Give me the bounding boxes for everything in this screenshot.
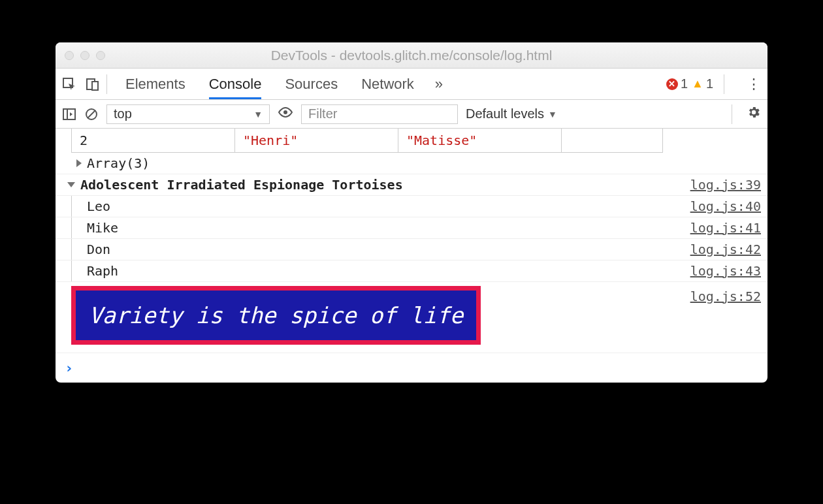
console-toolbar: top ▼ Default levels ▼	[56, 100, 767, 129]
console-prompt[interactable]: ›	[56, 353, 767, 383]
console-log-line: Mike log.js:41	[56, 217, 767, 239]
console-table-row: 2 "Henri" "Matisse"	[71, 129, 663, 153]
execution-context-select[interactable]: top ▼	[106, 104, 270, 124]
table-cell-first: "Henri"	[235, 129, 398, 152]
context-value: top	[114, 106, 132, 121]
console-output: 2 "Henri" "Matisse" Array(3) Adolescent …	[56, 129, 767, 383]
toolbar-left	[62, 77, 100, 91]
live-expression-icon[interactable]	[278, 106, 293, 121]
warning-icon: ▲	[692, 77, 703, 91]
styled-log-text: Variety is the spice of life	[71, 286, 481, 345]
log-text: Mike	[87, 220, 118, 236]
source-link[interactable]: log.js:43	[690, 263, 761, 279]
source-link[interactable]: log.js:40	[690, 198, 761, 214]
divider	[732, 104, 732, 124]
devtools-tabbar: Elements Console Sources Network » ✕ 1 ▲…	[56, 69, 767, 100]
log-text: Leo	[87, 198, 110, 214]
collapse-arrow-icon[interactable]	[67, 182, 75, 187]
inspect-element-icon[interactable]	[62, 77, 76, 91]
minimize-window-button[interactable]	[80, 51, 89, 60]
toggle-sidebar-icon[interactable]	[62, 107, 76, 121]
log-text: Don	[87, 242, 110, 257]
console-log-line: Raph log.js:43	[56, 260, 767, 282]
titlebar: DevTools - devtools.glitch.me/console/lo…	[56, 42, 767, 69]
array-summary[interactable]: Array(3)	[56, 153, 767, 174]
divider	[106, 74, 107, 94]
console-group-header[interactable]: Adolescent Irradiated Espionage Tortoise…	[56, 174, 767, 196]
console-settings-icon[interactable]	[747, 105, 761, 123]
warning-count-value: 1	[706, 76, 713, 91]
styled-log-line: Variety is the spice of life log.js:52	[56, 282, 767, 353]
source-link[interactable]: log.js:39	[690, 177, 761, 193]
expand-arrow-icon[interactable]	[76, 159, 82, 167]
tab-console[interactable]: Console	[209, 76, 262, 93]
log-levels-select[interactable]: Default levels ▼	[466, 106, 557, 121]
chevron-down-icon: ▼	[253, 109, 263, 119]
tab-sources[interactable]: Sources	[285, 76, 338, 93]
error-count-value: 1	[681, 76, 688, 91]
group-title: Adolescent Irradiated Espionage Tortoise…	[80, 177, 403, 193]
chevron-down-icon: ▼	[548, 109, 557, 119]
error-count[interactable]: ✕ 1	[666, 76, 688, 91]
svg-line-6	[88, 110, 95, 118]
source-link[interactable]: log.js:41	[690, 220, 761, 236]
error-icon: ✕	[666, 78, 678, 90]
toggle-device-icon[interactable]	[86, 77, 100, 91]
source-link[interactable]: log.js:52	[690, 289, 761, 304]
levels-label: Default levels	[466, 106, 544, 121]
traffic-lights	[65, 51, 105, 60]
devtools-window: DevTools - devtools.glitch.me/console/lo…	[56, 42, 767, 383]
window-title: DevTools - devtools.glitch.me/console/lo…	[56, 48, 767, 63]
svg-point-7	[283, 110, 287, 114]
array-label: Array(3)	[87, 155, 150, 171]
tabbar-right: ✕ 1 ▲ 1 ⋮	[666, 74, 761, 94]
filter-input[interactable]	[301, 104, 458, 124]
log-text: Raph	[87, 263, 118, 279]
more-tabs-icon[interactable]: »	[435, 76, 443, 93]
prompt-caret-icon: ›	[65, 360, 73, 376]
table-cell-index: 2	[72, 129, 235, 152]
svg-rect-2	[92, 82, 98, 90]
svg-rect-3	[63, 109, 75, 119]
zoom-window-button[interactable]	[96, 51, 105, 60]
source-link[interactable]: log.js:42	[690, 242, 761, 257]
clear-console-icon[interactable]	[84, 107, 99, 121]
warning-count[interactable]: ▲ 1	[692, 76, 713, 91]
console-log-line: Leo log.js:40	[56, 196, 767, 217]
table-cell-last: "Matisse"	[398, 129, 562, 152]
tab-elements[interactable]: Elements	[125, 76, 186, 93]
tab-network[interactable]: Network	[361, 76, 414, 93]
console-log-line: Don log.js:42	[56, 239, 767, 260]
divider	[724, 74, 724, 94]
settings-menu-icon[interactable]: ⋮	[747, 76, 761, 93]
close-window-button[interactable]	[65, 51, 74, 60]
table-cell-empty	[562, 129, 662, 152]
